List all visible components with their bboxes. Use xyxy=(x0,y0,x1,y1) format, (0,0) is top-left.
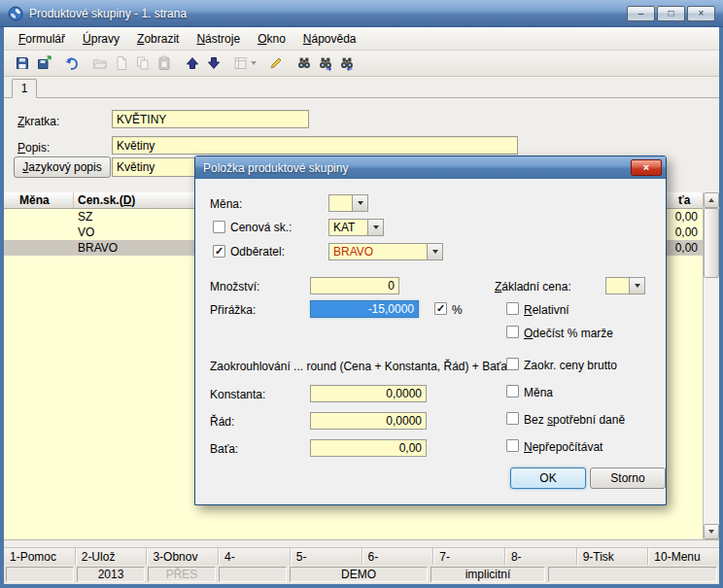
column-header-mena[interactable]: Měna xyxy=(4,192,74,208)
column-header-bata-partial[interactable]: ťa xyxy=(678,192,690,208)
status-bar: 2013PŘESDEMOimplicitní xyxy=(4,565,719,584)
undo-icon[interactable] xyxy=(61,52,83,74)
odecist-label: Odečíst % marže xyxy=(524,327,613,340)
cell-cen-sk: SZ xyxy=(78,210,92,224)
save-icon[interactable] xyxy=(12,52,33,74)
menu-item-zobrazit[interactable]: Zobrazit xyxy=(128,29,188,49)
konstanta-label: Konstanta: xyxy=(210,388,265,401)
neprepocitavat-checkbox[interactable] xyxy=(506,439,519,452)
fkey-6[interactable]: 6- xyxy=(362,548,434,565)
bata-input[interactable]: 0,00 xyxy=(310,439,427,457)
move-up-icon[interactable] xyxy=(182,52,203,74)
zakladni-cena-combo-value xyxy=(605,277,629,294)
odberatel-checkbox[interactable]: ✓ xyxy=(213,245,225,258)
fkey-9[interactable]: 9-Tisk xyxy=(577,548,649,565)
tab-strip: 1 xyxy=(4,77,719,98)
cenova-combo[interactable]: KAT xyxy=(328,219,384,236)
toolbar xyxy=(4,51,719,77)
storno-button[interactable]: Storno xyxy=(590,467,666,489)
dialog-title: Položka produktové skupiny xyxy=(203,161,348,175)
close-button[interactable]: × xyxy=(687,6,715,21)
menu-item-upravy[interactable]: Úpravy xyxy=(74,29,128,49)
find-next-icon[interactable] xyxy=(315,52,336,74)
mena-cb-label: Měna xyxy=(524,386,553,399)
relativni-label: Relativní xyxy=(524,303,569,317)
tab-1[interactable]: 1 xyxy=(12,79,37,98)
menu-item-napoveda[interactable]: Nápověda xyxy=(294,29,365,49)
find-prev-icon[interactable] xyxy=(336,52,358,74)
fkey-7[interactable]: 7- xyxy=(433,548,505,565)
percent-label: % xyxy=(452,303,463,317)
menu-bar: FormulářÚpravyZobrazitNástrojeOknoNápově… xyxy=(4,27,719,51)
fkey-4[interactable]: 4- xyxy=(219,548,291,565)
konstanta-input[interactable]: 0,0000 xyxy=(310,385,427,402)
zkratka-input[interactable]: KVĚTINY xyxy=(112,110,309,128)
fkey-3[interactable]: 3-Obnov xyxy=(147,548,219,565)
scrollbar-thumb[interactable] xyxy=(704,208,719,278)
zaokr-checkbox[interactable] xyxy=(506,358,519,370)
mena-combo-button[interactable] xyxy=(352,194,368,212)
bez-dane-checkbox[interactable] xyxy=(506,412,519,425)
menu-item-okno[interactable]: Okno xyxy=(249,29,294,49)
mena-combo[interactable] xyxy=(328,194,368,212)
zkratka-value: KVĚTINY xyxy=(117,113,166,126)
cell-cen-sk: VO xyxy=(78,225,94,239)
minimize-icon: – xyxy=(638,9,644,18)
cenova-label: Cenová sk.: xyxy=(230,221,292,234)
language-description-button[interactable]: Jazykový popis xyxy=(14,156,111,178)
rad-value: 0,0000 xyxy=(386,414,422,428)
fkey-8[interactable]: 8- xyxy=(505,548,577,565)
percent-checkbox[interactable]: ✓ xyxy=(434,302,447,315)
maximize-button[interactable]: □ xyxy=(657,6,685,21)
chevron-down-icon xyxy=(373,225,379,229)
mnozstvi-value: 0 xyxy=(388,279,395,293)
menu-item-formular[interactable]: Formulář xyxy=(10,29,74,49)
scroll-up-button[interactable] xyxy=(704,192,719,208)
zakladni-cena-combo-button[interactable] xyxy=(629,277,645,294)
dialog-close-button[interactable]: × xyxy=(631,159,662,176)
prirazka-value: -15,0000 xyxy=(311,301,418,317)
prirazka-input[interactable]: -15,0000 xyxy=(310,300,419,318)
vertical-scrollbar[interactable] xyxy=(703,192,719,539)
zakladni-cena-combo[interactable] xyxy=(605,277,645,294)
odecist-checkbox[interactable] xyxy=(506,326,519,338)
fkey-10[interactable]: 10-Menu xyxy=(648,548,719,565)
mnozstvi-input[interactable]: 0 xyxy=(310,277,399,294)
save-close-icon[interactable] xyxy=(33,52,54,74)
scroll-down-button[interactable] xyxy=(704,524,719,539)
app-window: Produktové skupiny - 1. strana –□× Formu… xyxy=(0,0,723,588)
edit-icon[interactable] xyxy=(265,52,287,74)
new-icon xyxy=(111,52,132,74)
column-header-cen-sk[interactable]: Cen.sk.(D) xyxy=(78,192,135,208)
chevron-down-icon xyxy=(251,61,257,65)
odberatel-combo[interactable]: BRAVO xyxy=(328,243,443,260)
menu-item-nastroje[interactable]: Nástroje xyxy=(188,29,249,49)
fkey-2[interactable]: 2-Ulož xyxy=(76,548,148,565)
cell-cen-sk: BRAVO xyxy=(78,241,118,255)
mena-cb-checkbox[interactable] xyxy=(506,385,519,398)
window-controls: –□× xyxy=(627,6,715,21)
find-icon[interactable] xyxy=(293,52,315,74)
odberatel-combo-button[interactable] xyxy=(427,243,443,260)
cenova-checkbox[interactable] xyxy=(213,221,225,233)
arrow-up-icon xyxy=(708,198,714,202)
status-empty-3 xyxy=(548,567,717,582)
open-icon xyxy=(89,52,111,74)
rad-input[interactable]: 0,0000 xyxy=(310,412,427,430)
fkey-1[interactable]: 1-Pomoc xyxy=(4,548,76,565)
cell-value: 0,00 xyxy=(675,210,698,224)
popis-value: Květiny xyxy=(117,139,155,153)
status-overwrite-mode: PŘES xyxy=(148,567,216,582)
relativni-checkbox[interactable] xyxy=(506,302,519,315)
move-down-icon[interactable] xyxy=(203,52,224,74)
popis-input[interactable]: Květiny xyxy=(112,136,518,155)
minimize-button[interactable]: – xyxy=(627,6,655,21)
cenova-combo-button[interactable] xyxy=(367,219,384,236)
close-icon: × xyxy=(643,162,649,173)
chevron-down-icon xyxy=(358,201,363,205)
konstanta-value: 0,0000 xyxy=(386,387,422,400)
ok-button[interactable]: OK xyxy=(510,467,586,489)
bata-label: Baťa: xyxy=(210,442,238,456)
copy-icon xyxy=(132,52,154,74)
fkey-5[interactable]: 5- xyxy=(291,548,362,565)
